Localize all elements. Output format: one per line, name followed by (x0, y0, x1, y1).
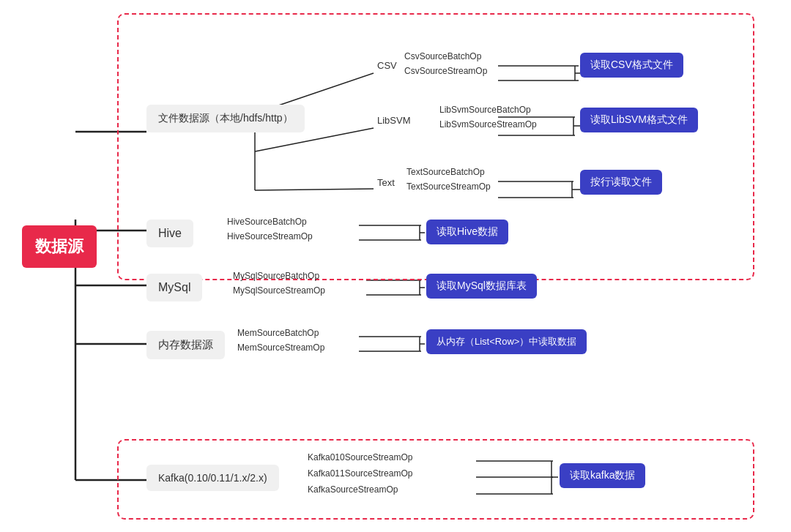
action-csv: 读取CSV格式文件 (580, 53, 683, 78)
sub-mem-stream: MemSourceStreamOp (237, 342, 324, 353)
sub-kafka-source: KafkaSourceStreamOp (308, 484, 398, 495)
sub-hive-stream: HiveSourceStreamOp (227, 231, 313, 241)
action-kafka: 读取kafka数据 (560, 463, 645, 488)
sub-libsvm-stream: LibSvmSourceStreamOp (439, 119, 537, 130)
sub-csv-batch: CsvSourceBatchOp (404, 51, 481, 61)
action-hive: 读取Hive数据 (426, 220, 508, 244)
sub-csv-label: CSV (377, 60, 397, 71)
sub-text-label: Text (377, 177, 395, 188)
sub-csv-stream: CsvSourceStreamOp (404, 66, 487, 76)
root-label: 数据源 (35, 237, 83, 255)
category-file-source: 文件数据源（本地/hdfs/http） (146, 105, 305, 132)
category-mysql: MySql (146, 274, 202, 301)
sub-text-stream: TextSourceStreamOp (406, 181, 491, 192)
action-mem: 从内存（List<Row>）中读取数据 (426, 329, 587, 354)
sub-hive-batch: HiveSourceBatchOp (227, 217, 307, 227)
category-hive: Hive (146, 220, 193, 247)
sub-mysql-stream: MySqlSourceStreamOp (233, 285, 325, 296)
sub-mem-batch: MemSourceBatchOp (237, 328, 319, 338)
diagram-container: 数据源 文件数据源（本地/hdfs/http） CSV CsvSourceBat… (0, 0, 791, 532)
sub-libsvm-batch: LibSvmSourceBatchOp (439, 105, 531, 115)
sub-text-batch: TextSourceBatchOp (406, 167, 485, 177)
sub-mysql-batch: MySqlSourceBatchOp (233, 271, 319, 281)
category-mem: 内存数据源 (146, 331, 225, 359)
sub-libsvm-label: LibSVM (377, 115, 411, 126)
action-mysql: 读取MySql数据库表 (426, 274, 537, 299)
sub-kafka-011: Kafka011SourceStreamOp (308, 468, 412, 479)
sub-kafka-010: Kafka010SourceStreamOp (308, 452, 412, 462)
action-libsvm: 读取LibSVM格式文件 (580, 108, 698, 132)
action-text: 按行读取文件 (580, 170, 662, 195)
category-kafka: Kafka(0.10/0.11/1.x/2.x) (146, 465, 279, 491)
root-node: 数据源 (22, 225, 97, 268)
